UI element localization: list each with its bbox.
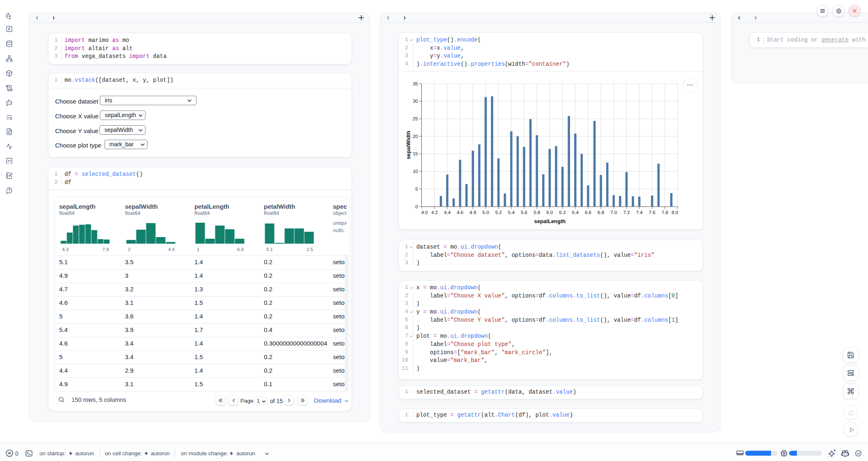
svg-text:0: 0 xyxy=(416,204,418,209)
svg-text:4.4: 4.4 xyxy=(444,210,451,215)
svg-text:sepalLength: sepalLength xyxy=(534,218,566,224)
svg-text:8.0: 8.0 xyxy=(672,210,678,215)
svg-text:5.4: 5.4 xyxy=(508,210,515,215)
svg-text:7.0: 7.0 xyxy=(610,210,617,215)
svg-text:sepalWidth: sepalWidth xyxy=(405,131,411,159)
svg-text:4.8: 4.8 xyxy=(470,210,476,215)
svg-text:6.8: 6.8 xyxy=(598,210,604,215)
svg-text:6.0: 6.0 xyxy=(547,210,553,215)
svg-text:5.6: 5.6 xyxy=(521,210,527,215)
svg-text:30: 30 xyxy=(413,99,418,104)
svg-text:5: 5 xyxy=(416,187,418,191)
svg-text:20: 20 xyxy=(413,134,418,139)
svg-text:25: 25 xyxy=(413,116,418,121)
svg-text:7.4: 7.4 xyxy=(636,210,643,215)
svg-text:5.8: 5.8 xyxy=(533,210,540,215)
svg-text:35: 35 xyxy=(413,81,418,86)
svg-text:15: 15 xyxy=(413,151,418,156)
svg-text:5.2: 5.2 xyxy=(495,210,502,215)
svg-text:6.4: 6.4 xyxy=(572,210,579,215)
svg-text:7.2: 7.2 xyxy=(623,210,630,215)
svg-text:4.6: 4.6 xyxy=(457,210,463,215)
svg-text:10: 10 xyxy=(413,169,418,174)
svg-text:4.0: 4.0 xyxy=(421,210,428,215)
svg-text:4.2: 4.2 xyxy=(431,210,438,215)
svg-text:6.2: 6.2 xyxy=(559,210,566,215)
svg-text:6.6: 6.6 xyxy=(585,210,591,215)
svg-text:7.6: 7.6 xyxy=(649,210,656,215)
svg-text:5.0: 5.0 xyxy=(482,210,489,215)
svg-text:7.8: 7.8 xyxy=(662,210,668,215)
